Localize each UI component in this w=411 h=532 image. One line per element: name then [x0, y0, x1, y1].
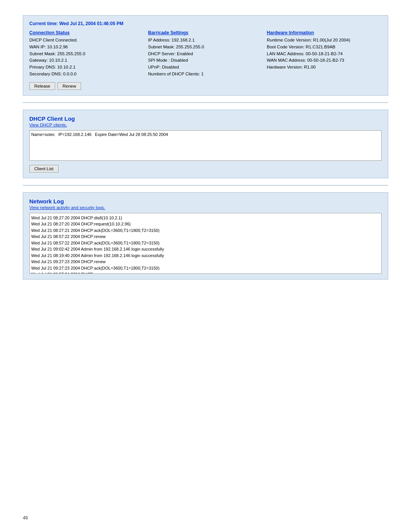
- barricade-settings-col: Barricade Settings IP Address: 192.168.2…: [148, 30, 263, 78]
- hardware-info-line: Runtime Code Version: R1.00(Jul 20 2004): [267, 37, 382, 44]
- hardware-info-line: Boot Code Version: R1.C321.B9AB: [267, 44, 382, 51]
- network-log-subtitle[interactable]: View network activity and security logs.: [29, 205, 382, 210]
- barricade-settings-line: SPI Mode : Disabled: [148, 57, 263, 64]
- barricade-settings-line: IP Address: 192.168.2.1: [148, 37, 263, 44]
- connection-status-lines: DHCP Client Connected.WAN IP: 10.10.2.96…: [29, 37, 144, 78]
- hardware-info-col: Hardware Information Runtime Code Versio…: [267, 30, 382, 78]
- connection-status-section: Current time: Wed Jul 21, 2004 01:46:05 …: [23, 15, 388, 96]
- network-log-line: Wed Jul 21 09:02:42 2004 Admin from 192.…: [31, 246, 380, 252]
- barricade-settings-heading: Barricade Settings: [148, 30, 263, 35]
- network-log-line: Wed Jul 21 09:27:23 2004 DHCP:renew: [31, 259, 380, 265]
- network-log-box[interactable]: Wed Jul 21 08:27:20 2004 DHCP:dis8(10.10…: [29, 213, 382, 274]
- hardware-info-heading: Hardware Information: [267, 30, 382, 35]
- hardware-info-line: WAN MAC Address: 00-50-18-21-B2-73: [267, 57, 382, 64]
- connection-status-line: WAN IP: 10.10.2.96: [29, 44, 144, 51]
- dhcp-button-row: Client List: [29, 165, 382, 173]
- hardware-info-lines: Runtime Code Version: R1.00(Jul 20 2004)…: [267, 37, 382, 71]
- current-time: Current time: Wed Jul 21, 2004 01:46:05 …: [29, 21, 382, 26]
- barricade-settings-line: UPnP: Disabled: [148, 64, 263, 71]
- connection-status-col: Connection Status DHCP Client Connected.…: [29, 30, 144, 78]
- network-log-line: Wed Jul 21 09:27:23 2004 DHCP:ack(DOL=36…: [31, 265, 380, 272]
- hardware-info-line: LAN MAC Address: 00-50-18-21-B2-74: [267, 51, 382, 58]
- connection-status-heading: Connection Status: [29, 30, 144, 35]
- network-log-line: Wed Jul 21 08:19:40 2004 Admin from 192.…: [31, 252, 380, 259]
- dhcp-client-log-section: DHCP Client Log View DHCP clients. Clien…: [23, 110, 388, 178]
- network-log-line: Wed Jul 21 08:27:20 2004 DHCP:request(10…: [31, 221, 380, 227]
- connection-status-line: DHCP Client Connected.: [29, 37, 144, 44]
- network-log-title: Network Log: [29, 198, 382, 204]
- release-button[interactable]: Release: [29, 82, 55, 90]
- barricade-settings-line: DHCP Server: Enabled: [148, 51, 263, 58]
- hardware-info-line: Hardware Version: R1.00: [267, 64, 382, 71]
- dhcp-log-title: DHCP Client Log: [29, 115, 382, 122]
- divider-2: [23, 185, 388, 185]
- connection-status-line: Primary DNS: 10.10.2.1: [29, 64, 144, 71]
- network-log-line: Wed Jul 21 08:27:20 2004 DHCP:dis8(10.10…: [31, 215, 380, 221]
- connection-status-line: Gateway: 10.10.2.1: [29, 57, 144, 64]
- status-grid: Connection Status DHCP Client Connected.…: [29, 30, 382, 78]
- dhcp-log-textarea[interactable]: [29, 130, 382, 161]
- client-list-button[interactable]: Client List: [29, 165, 59, 173]
- divider-1: [23, 102, 388, 103]
- dhcp-log-subtitle[interactable]: View DHCP clients.: [29, 123, 382, 127]
- network-log-line: Wed Jul 21 08:57:22 2004 DHCP:renew: [31, 233, 380, 240]
- connection-buttons: Release Renew: [29, 82, 382, 90]
- connection-status-line: Secondary DNS: 0.0.0.0: [29, 71, 144, 78]
- network-log-section: Network Log View network activity and se…: [23, 192, 388, 280]
- network-log-line: Wed Jul 21 09:57:24 2004 DHCP:renew: [31, 271, 380, 274]
- barricade-settings-line: Numbers of DHCP Clients: 1: [148, 71, 263, 78]
- network-log-line: Wed Jul 21 08:57:22 2004 DHCP:ack(DOL=36…: [31, 240, 380, 246]
- barricade-settings-lines: IP Address: 192.168.2.1Subnet Mask: 255.…: [148, 37, 263, 78]
- renew-button[interactable]: Renew: [57, 82, 81, 90]
- barricade-settings-line: Subnet Mask: 255.255.255.0: [148, 44, 263, 51]
- connection-status-line: Subnet Mask: 255.255.255.0: [29, 51, 144, 58]
- network-log-line: Wed Jul 21 08:27:21 2004 DHCP:ack(DOL=36…: [31, 227, 380, 234]
